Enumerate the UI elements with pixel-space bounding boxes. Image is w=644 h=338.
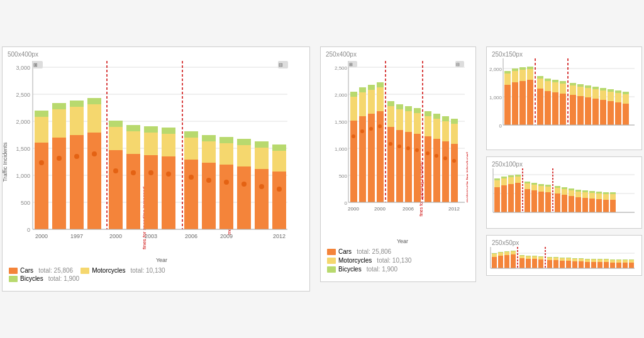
svg-rect-209 bbox=[608, 92, 614, 101]
svg-rect-51 bbox=[184, 138, 198, 160]
svg-rect-288 bbox=[511, 254, 516, 268]
svg-rect-143 bbox=[442, 141, 449, 202]
svg-rect-197 bbox=[577, 87, 584, 96]
svg-rect-301 bbox=[538, 259, 543, 268]
svg-rect-344 bbox=[629, 263, 634, 268]
svg-rect-193 bbox=[570, 95, 576, 125]
svg-rect-195 bbox=[570, 83, 576, 85]
svg-rect-289 bbox=[511, 251, 516, 254]
svg-rect-62 bbox=[237, 166, 251, 229]
svg-rect-258 bbox=[575, 192, 581, 197]
svg-rect-113 bbox=[377, 82, 384, 87]
chart-small2: 250x100px bbox=[486, 156, 642, 229]
svg-rect-254 bbox=[569, 196, 574, 212]
svg-rect-67 bbox=[255, 148, 269, 169]
svg-rect-248 bbox=[555, 194, 560, 212]
svg-rect-257 bbox=[575, 197, 581, 212]
svg-rect-331 bbox=[597, 259, 602, 259]
svg-rect-103 bbox=[359, 116, 366, 202]
svg-text:0: 0 bbox=[27, 227, 30, 233]
svg-rect-16 bbox=[35, 111, 48, 117]
svg-text:⊞: ⊞ bbox=[33, 62, 38, 68]
svg-rect-239 bbox=[531, 185, 537, 190]
svg-point-35 bbox=[113, 168, 118, 173]
svg-rect-255 bbox=[569, 190, 574, 196]
legend-motorcycles-label: Motorcycles bbox=[92, 267, 125, 274]
svg-rect-32 bbox=[109, 150, 123, 229]
svg-rect-305 bbox=[547, 260, 552, 268]
svg-rect-269 bbox=[603, 200, 609, 212]
legend-medium: Cars total: 25,806 Motorcycles total: 10… bbox=[321, 244, 475, 278]
svg-rect-19 bbox=[52, 109, 66, 138]
svg-rect-314 bbox=[566, 261, 571, 268]
svg-text:1,000: 1,000 bbox=[16, 173, 30, 179]
svg-rect-206 bbox=[600, 90, 606, 100]
svg-rect-266 bbox=[596, 199, 602, 212]
svg-point-106 bbox=[360, 129, 364, 133]
svg-rect-52 bbox=[184, 131, 198, 138]
svg-rect-243 bbox=[538, 184, 544, 186]
legend-medium-cars: Cars total: 25,806 bbox=[327, 248, 469, 255]
svg-rect-306 bbox=[547, 258, 552, 260]
svg-rect-167 bbox=[504, 85, 511, 125]
svg-rect-323 bbox=[585, 262, 590, 268]
svg-rect-328 bbox=[591, 259, 596, 259]
svg-rect-316 bbox=[566, 258, 571, 258]
svg-rect-249 bbox=[555, 188, 560, 194]
svg-rect-273 bbox=[610, 194, 616, 200]
svg-rect-322 bbox=[579, 258, 584, 259]
svg-rect-199 bbox=[585, 97, 591, 125]
svg-text:motorcycle fee introduced: motorcycle fee introduced bbox=[465, 152, 468, 202]
svg-rect-335 bbox=[610, 263, 615, 268]
chart-large-label: 500x400px bbox=[8, 51, 38, 58]
svg-rect-176 bbox=[527, 80, 533, 125]
svg-rect-23 bbox=[70, 107, 84, 135]
svg-text:1,000: 1,000 bbox=[335, 146, 348, 152]
svg-rect-270 bbox=[603, 194, 609, 200]
svg-rect-101 bbox=[350, 92, 357, 97]
legend-cars-color bbox=[9, 268, 18, 274]
svg-rect-44 bbox=[162, 156, 175, 229]
svg-rect-300 bbox=[532, 256, 537, 256]
svg-rect-346 bbox=[629, 259, 634, 260]
svg-rect-281 bbox=[492, 253, 497, 254]
svg-rect-18 bbox=[52, 138, 66, 229]
svg-rect-63 bbox=[237, 145, 251, 166]
svg-rect-174 bbox=[519, 70, 526, 81]
svg-text:2,500: 2,500 bbox=[16, 92, 30, 98]
svg-point-150 bbox=[452, 159, 456, 163]
svg-rect-204 bbox=[592, 87, 599, 89]
right-charts-column: 250x150px 2,000 1,000 0 bbox=[486, 46, 642, 276]
svg-point-132 bbox=[415, 148, 419, 152]
svg-point-142 bbox=[435, 154, 438, 158]
svg-rect-238 bbox=[531, 190, 537, 212]
svg-rect-274 bbox=[610, 192, 616, 194]
svg-rect-171 bbox=[512, 71, 518, 82]
svg-rect-127 bbox=[405, 106, 412, 111]
svg-rect-223 bbox=[494, 180, 500, 187]
svg-rect-70 bbox=[272, 172, 286, 229]
svg-rect-329 bbox=[597, 262, 602, 268]
svg-rect-37 bbox=[126, 131, 140, 154]
svg-rect-185 bbox=[545, 79, 551, 81]
legend-medium-bicycles-label: Bicycles bbox=[338, 266, 362, 273]
svg-rect-240 bbox=[531, 183, 537, 185]
svg-rect-283 bbox=[498, 253, 503, 256]
svg-rect-244 bbox=[545, 192, 551, 212]
svg-rect-267 bbox=[596, 194, 602, 199]
chart-small2-svg bbox=[487, 168, 638, 230]
svg-rect-178 bbox=[527, 67, 533, 69]
svg-rect-230 bbox=[508, 175, 514, 177]
svg-text:2006: 2006 bbox=[402, 206, 414, 212]
svg-text:2000: 2000 bbox=[374, 206, 386, 212]
svg-rect-188 bbox=[552, 80, 558, 82]
svg-rect-233 bbox=[515, 175, 521, 177]
svg-rect-68 bbox=[255, 141, 269, 148]
svg-rect-173 bbox=[519, 81, 526, 125]
legend-medium-motorcycles-total: total: 10,130 bbox=[377, 257, 411, 264]
chart-small2-label: 250x100px bbox=[492, 161, 523, 168]
svg-rect-271 bbox=[603, 192, 609, 194]
svg-point-124 bbox=[397, 144, 401, 148]
svg-rect-145 bbox=[442, 116, 449, 121]
svg-rect-284 bbox=[498, 252, 503, 253]
